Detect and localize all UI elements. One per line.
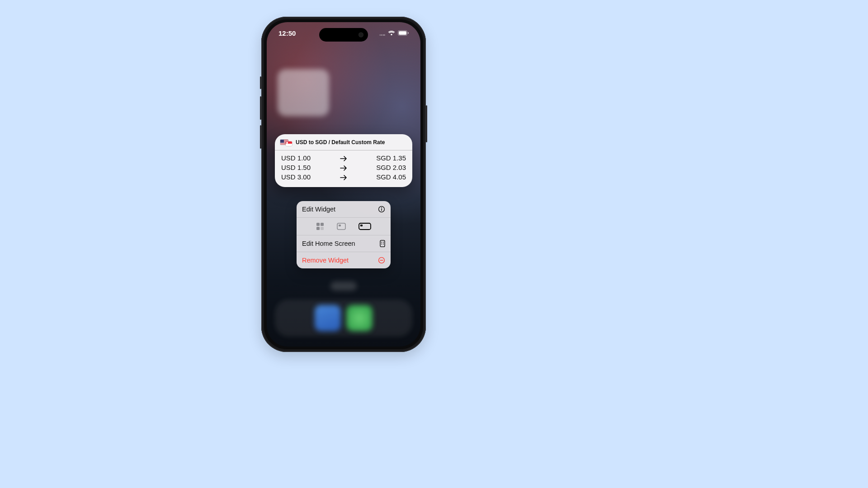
- arrow-right-icon: [338, 164, 349, 171]
- arrow-right-icon: [338, 174, 349, 181]
- phone-apps-icon: [380, 240, 385, 247]
- volume-down-button: [260, 125, 261, 149]
- svg-rect-7: [321, 223, 324, 226]
- menu-label: Edit Home Screen: [302, 240, 355, 247]
- widget-size-medium-icon[interactable]: [337, 223, 346, 230]
- rate-from: USD 1.50: [281, 164, 338, 171]
- widget-header: USD to SGD / Default Custom Rate: [275, 134, 412, 150]
- svg-rect-14: [380, 240, 385, 247]
- widget-title: USD to SGD / Default Custom Rate: [296, 139, 385, 145]
- menu-label: Remove Widget: [302, 257, 349, 264]
- rate-from: USD 1.00: [281, 154, 338, 162]
- phone-frame: 12:50 USD to SGD / Default Custom Rate: [261, 17, 426, 352]
- edit-home-screen-button[interactable]: Edit Home Screen: [297, 235, 391, 252]
- svg-point-4: [381, 207, 382, 208]
- svg-rect-10: [337, 223, 345, 230]
- svg-rect-20: [380, 260, 383, 260]
- svg-rect-13: [360, 225, 363, 226]
- svg-rect-8: [316, 227, 320, 230]
- svg-point-15: [381, 242, 382, 243]
- arrow-right-icon: [338, 155, 349, 162]
- dock-background: [275, 300, 412, 337]
- svg-rect-1: [399, 31, 406, 35]
- side-button: [426, 105, 427, 142]
- rate-to: SGD 4.05: [349, 173, 406, 181]
- svg-point-17: [381, 244, 382, 244]
- wifi-icon: [388, 30, 395, 36]
- widget-size-row: [297, 217, 391, 235]
- edit-widget-button[interactable]: Edit Widget: [297, 201, 391, 217]
- status-time: 12:50: [278, 29, 296, 37]
- svg-point-18: [383, 244, 384, 244]
- menu-label: Edit Widget: [302, 206, 335, 213]
- svg-rect-12: [359, 223, 371, 230]
- background-widget-blurred: [278, 69, 329, 116]
- widget-context-menu: Edit Widget Edit Home Screen: [297, 201, 391, 268]
- svg-rect-2: [408, 32, 409, 34]
- svg-rect-9: [321, 227, 324, 230]
- status-bar: 12:50: [267, 22, 420, 44]
- svg-rect-11: [339, 225, 341, 226]
- background-search-pill: [330, 282, 357, 291]
- currency-flags-icon: [280, 139, 292, 146]
- rate-to: SGD 1.35: [349, 154, 406, 162]
- volume-up-button: [260, 96, 261, 120]
- rate-from: USD 3.00: [281, 173, 338, 181]
- svg-rect-5: [381, 209, 382, 211]
- rate-table: USD 1.00 SGD 1.35 USD 1.50 SGD 2.03 USD …: [275, 150, 412, 187]
- rate-to: SGD 2.03: [349, 164, 406, 171]
- svg-rect-6: [316, 223, 320, 226]
- cellular-dots-icon: [379, 29, 385, 37]
- battery-icon: [398, 30, 409, 36]
- mute-switch: [260, 76, 261, 89]
- phone-screen: 12:50 USD to SGD / Default Custom Rate: [267, 22, 420, 347]
- svg-point-16: [383, 242, 384, 243]
- widget-size-large-icon[interactable]: [359, 223, 371, 230]
- widget-size-small-icon[interactable]: [316, 222, 324, 230]
- minus-circle-icon: [378, 257, 385, 264]
- flag-sg-icon: [286, 141, 292, 146]
- dock-app-1: [315, 305, 341, 331]
- remove-widget-button[interactable]: Remove Widget: [297, 252, 391, 268]
- currency-widget[interactable]: USD to SGD / Default Custom Rate USD 1.0…: [275, 134, 412, 187]
- dock-app-2: [346, 305, 373, 331]
- info-circle-icon: [378, 206, 385, 213]
